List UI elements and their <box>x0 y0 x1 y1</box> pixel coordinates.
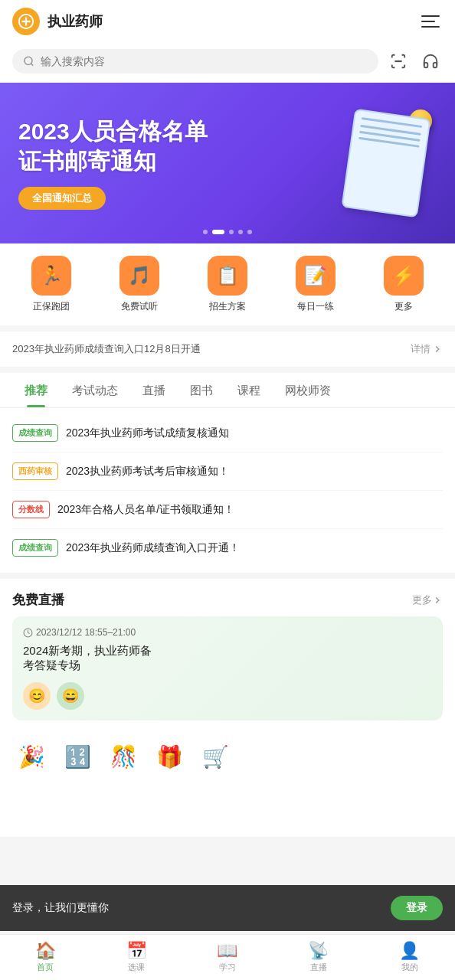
tab-courses[interactable]: 课程 <box>225 373 273 407</box>
banner-decoration <box>332 98 440 228</box>
document-icon <box>341 109 430 218</box>
menu-button[interactable] <box>421 11 443 32</box>
banner[interactable]: 2023人员合格名单证书邮寄通知 全国通知汇总 <box>0 83 455 243</box>
avatar-1: 😊 <box>23 682 51 710</box>
app-logo <box>12 8 40 35</box>
festive-icon-3: 🎊 <box>104 737 142 776</box>
notice-text: 2023年执业药师成绩查询入口12月8日开通 <box>12 342 403 356</box>
quick-icon-running[interactable]: 🏃 正保跑团 <box>8 256 96 313</box>
trial-icon-bg: 🎵 <box>119 256 159 296</box>
quick-icon-enrollment[interactable]: 📋 招生方案 <box>184 256 272 313</box>
festive-icon-1: 🎉 <box>12 737 51 776</box>
app-title: 执业药师 <box>47 12 421 31</box>
scan-icon <box>390 53 407 70</box>
search-action-buttons <box>386 49 443 74</box>
news-tag-3: 分数线 <box>12 501 50 518</box>
quick-icon-trial[interactable]: 🎵 免费试听 <box>96 256 184 313</box>
running-icon: 🏃 <box>40 265 63 286</box>
news-tag-4: 成绩查询 <box>12 539 58 557</box>
dot-1 <box>203 230 208 234</box>
free-live-title: 免费直播 <box>12 591 64 609</box>
dot-3 <box>229 230 234 234</box>
live-card[interactable]: 2023/12/12 18:55–21:00 2024新考期，执业药师备考答疑专… <box>0 616 455 733</box>
customer-service-button[interactable] <box>418 49 443 74</box>
logo-icon <box>18 13 34 30</box>
free-live-header: 免费直播 更多 <box>0 579 455 616</box>
svg-point-3 <box>25 57 32 64</box>
news-item-1[interactable]: 成绩查询 2023年执业药师考试成绩复核通知 <box>12 414 443 452</box>
nav-home[interactable]: 🏠 首页 <box>0 935 91 980</box>
tabs-row: 推荐 考试动态 直播 图书 课程 网校师资 <box>0 373 455 408</box>
bottom-nav: 🏠 首页 📅 选课 📖 学习 📡 直播 👤 我的 <box>0 934 455 980</box>
news-item-4[interactable]: 成绩查询 2023年执业药师成绩查询入口开通！ <box>12 529 443 567</box>
dot-5 <box>247 230 252 234</box>
news-tag-1: 成绩查询 <box>12 424 58 442</box>
dot-4 <box>238 230 243 234</box>
nav-study[interactable]: 📖 学习 <box>182 935 273 980</box>
enrollment-label: 招生方案 <box>209 300 246 313</box>
tab-recommend[interactable]: 推荐 <box>12 373 60 407</box>
tab-books[interactable]: 图书 <box>178 373 225 407</box>
headset-icon <box>422 53 439 70</box>
live-time: 2023/12/12 18:55–21:00 <box>23 627 432 638</box>
news-text-4: 2023年执业药师成绩查询入口开通！ <box>66 541 443 555</box>
nav-live[interactable]: 📡 直播 <box>273 935 364 980</box>
running-label: 正保跑团 <box>33 300 70 313</box>
notice-bar: 2023年执业药师成绩查询入口12月8日开通 详情 <box>0 332 455 367</box>
clock-icon <box>23 628 33 638</box>
festive-icon-2: 🔢 <box>58 737 97 776</box>
login-toast-button[interactable]: 登录 <box>391 896 443 920</box>
search-bar <box>0 43 455 83</box>
nav-courses[interactable]: 📅 选课 <box>91 935 182 980</box>
free-live-more-link[interactable]: 更多 <box>412 593 443 607</box>
search-input[interactable] <box>41 55 368 67</box>
banner-cta-button[interactable]: 全国通知汇总 <box>18 187 106 210</box>
tab-live[interactable]: 直播 <box>130 373 178 407</box>
news-item-3[interactable]: 分数线 2023年合格人员名单/证书领取通知！ <box>12 491 443 529</box>
news-text-3: 2023年合格人员名单/证书领取通知！ <box>57 503 443 517</box>
practice-icon-bg: 📝 <box>296 256 336 296</box>
study-icon: 📖 <box>217 942 237 959</box>
courses-icon: 📅 <box>126 942 147 959</box>
nav-home-label: 首页 <box>37 962 54 973</box>
live-description: 2024新考期，执业药师备考答疑专场 <box>23 644 432 673</box>
quick-icons-section: 🏃 正保跑团 🎵 免费试听 📋 招生方案 📝 每日一练 ⚡ 更多 <box>0 243 455 325</box>
tab-teachers[interactable]: 网校师资 <box>273 373 343 407</box>
live-card-inner: 2023/12/12 18:55–21:00 2024新考期，执业药师备考答疑专… <box>12 616 443 720</box>
search-icon <box>23 55 34 67</box>
login-toast: 登录，让我们更懂你 登录 <box>0 885 455 931</box>
enrollment-icon-bg: 📋 <box>208 256 247 296</box>
news-text-2: 2023执业药师考试考后审核通知！ <box>66 465 443 479</box>
festive-icon-5: 🛒 <box>196 737 234 776</box>
news-tag-2: 西药审核 <box>12 462 58 480</box>
quick-icon-more[interactable]: ⚡ 更多 <box>359 256 447 313</box>
chevron-right-icon <box>432 344 443 354</box>
news-item-2[interactable]: 西药审核 2023执业药师考试考后审核通知！ <box>12 452 443 491</box>
tab-exam-news[interactable]: 考试动态 <box>60 373 130 407</box>
practice-icon: 📝 <box>304 265 327 286</box>
avatar-2: 😄 <box>57 682 84 710</box>
festive-icon-4: 🎁 <box>150 737 188 776</box>
search-input-wrap[interactable] <box>12 49 378 74</box>
nav-profile[interactable]: 👤 我的 <box>364 935 455 980</box>
practice-label: 每日一练 <box>297 300 334 313</box>
enrollment-icon: 📋 <box>216 265 239 286</box>
more-chevron-icon <box>432 595 443 606</box>
festive-icons-row: 🎉 🔢 🎊 🎁 🛒 <box>0 733 455 837</box>
scan-button[interactable] <box>386 49 411 74</box>
header: 执业药师 <box>0 0 455 43</box>
live-avatars: 😊 😄 <box>23 682 432 710</box>
more-label: 更多 <box>394 300 413 313</box>
trial-label: 免费试听 <box>121 300 158 313</box>
quick-icon-practice[interactable]: 📝 每日一练 <box>271 256 359 313</box>
nav-live-label: 直播 <box>310 962 327 973</box>
notice-detail-link[interactable]: 详情 <box>411 342 443 356</box>
menu-line-3 <box>421 26 440 28</box>
news-list: 成绩查询 2023年执业药师考试成绩复核通知 西药审核 2023执业药师考试考后… <box>0 408 455 573</box>
music-icon: 🎵 <box>128 265 151 286</box>
nav-study-label: 学习 <box>219 962 236 973</box>
login-toast-text: 登录，让我们更懂你 <box>12 901 383 915</box>
running-icon-bg: 🏃 <box>31 256 71 296</box>
menu-line-1 <box>421 15 440 17</box>
menu-line-2 <box>421 21 435 22</box>
